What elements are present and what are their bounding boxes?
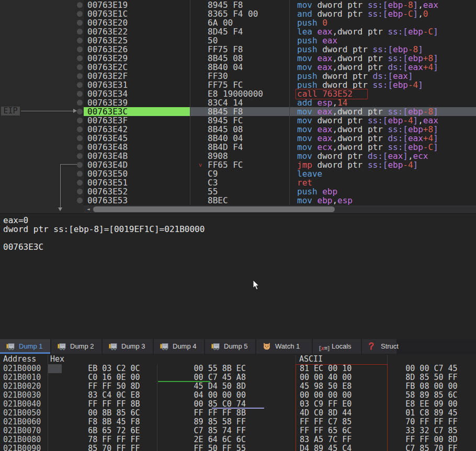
instruction-text: push dword ptr ss:[ebp-8] bbox=[297, 45, 423, 54]
disasm-row[interactable]: 00763E5255push ebp bbox=[0, 187, 476, 196]
instruction-address: 00763E1C bbox=[87, 9, 128, 18]
scrollbar-thumb[interactable] bbox=[93, 206, 335, 212]
jump-line bbox=[60, 164, 61, 207]
locals-icon: [x=] bbox=[319, 341, 328, 349]
breakpoint-dot[interactable] bbox=[77, 126, 83, 132]
disasm-row[interactable]: 00763E538BECmov ebp,esp bbox=[0, 196, 476, 205]
breakpoint-dot[interactable] bbox=[77, 118, 83, 123]
breakpoint-dot[interactable] bbox=[77, 180, 83, 186]
breakpoint-dot[interactable] bbox=[77, 153, 83, 159]
breakpoint-dot[interactable] bbox=[77, 171, 83, 177]
disasm-row[interactable]: 00763E2550push eax bbox=[0, 36, 476, 45]
instruction-address: 00763E3F bbox=[87, 116, 128, 125]
disasm-row[interactable]: 00763E50C9leave bbox=[0, 169, 476, 178]
disasm-row[interactable]: 00763E4B8908mov dword ptr ds:[eax],ecx bbox=[0, 152, 476, 160]
blue-underline-marker bbox=[212, 408, 264, 409]
tab-struct[interactable]: Struct bbox=[362, 339, 396, 354]
dump-address: 021B0060 bbox=[3, 417, 41, 426]
disasm-row[interactable]: 00763E26FF75 F8push dword ptr ss:[ebp-8] bbox=[0, 45, 476, 54]
breakpoint-dot[interactable] bbox=[77, 2, 83, 8]
hex-byte-group: 89 85 58 FF bbox=[194, 417, 246, 426]
breakpoint-dot[interactable] bbox=[77, 100, 83, 106]
breakpoint-dot[interactable] bbox=[77, 20, 83, 26]
disasm-row[interactable]: 00763E428B45 08mov eax,dword ptr ss:[ebp… bbox=[0, 125, 476, 134]
dump-row[interactable]: 021B0000EB 03 C2 0C00 55 8B EC81 EC 00 1… bbox=[0, 364, 476, 373]
disasm-row[interactable]: 00763E206A 00push 0 bbox=[0, 18, 476, 27]
hex-byte-group: C7 85 70 FF bbox=[405, 444, 457, 451]
disasm-row[interactable]: 00763E51C3ret bbox=[0, 178, 476, 187]
disasm-row[interactable]: 00763E198945 F8mov dword ptr ss:[ebp-8],… bbox=[0, 1, 476, 9]
breakpoint-dot[interactable] bbox=[77, 91, 83, 97]
hex-byte-group: FF FF 00 8D bbox=[405, 435, 457, 444]
instruction-address: 00763E19 bbox=[87, 1, 128, 9]
dump-row[interactable]: 021B008078 FF FF FF2E 64 6C 6C83 A5 7C F… bbox=[0, 435, 476, 444]
breakpoint-dot[interactable] bbox=[77, 198, 83, 203]
dump-row[interactable]: 021B0010C0 16 0E 0000 C7 45 A800 00 40 0… bbox=[0, 373, 476, 382]
instruction-bytes: 8D45 F4 bbox=[208, 27, 243, 36]
eip-arrow-line bbox=[21, 111, 73, 111]
hex-byte-group: F8 8B 45 F8 bbox=[88, 417, 140, 426]
dump-row[interactable]: 021B009085 70 FF FFFF 50 FF 55D4 89 45 C… bbox=[0, 444, 476, 451]
dump-row[interactable]: 021B00706B 65 72 6EC7 85 74 FFFF FF 65 6… bbox=[0, 426, 476, 435]
tab-dump-5[interactable]: Dump 5 bbox=[205, 339, 255, 354]
column-separator bbox=[289, 0, 290, 205]
breakpoint-dot[interactable] bbox=[77, 38, 83, 43]
hex-byte-group: 33 32 C7 85 bbox=[405, 426, 457, 435]
disasm-row[interactable]: 00763E3983C4 14add esp,14 bbox=[0, 98, 476, 107]
disasm-row[interactable]: 00763E4DFF65 FCjmp dword ptr ss:[ebp-4]v bbox=[0, 160, 476, 169]
scroll-left-button[interactable]: ◄ bbox=[85, 206, 92, 212]
breakpoint-dot[interactable] bbox=[77, 73, 83, 79]
tab-dump-3[interactable]: Dump 3 bbox=[103, 339, 153, 354]
breakpoint-dot[interactable] bbox=[77, 144, 83, 150]
hex-byte-group: 58 89 85 6C bbox=[405, 390, 457, 400]
disasm-row[interactable]: 00763E458B40 04mov eax,dword ptr ds:[eax… bbox=[0, 134, 476, 143]
instruction-address: 00763E31 bbox=[87, 80, 128, 89]
disasm-row[interactable]: 00763E488B4D F4mov ecx,dword ptr ss:[ebp… bbox=[0, 143, 476, 152]
eip-arrowhead bbox=[73, 109, 77, 113]
dump-row[interactable]: 021B003083 C4 0C E804 00 00 0000 00 00 0… bbox=[0, 391, 476, 400]
breakpoint-dot[interactable] bbox=[77, 162, 83, 168]
breakpoint-dot[interactable] bbox=[77, 29, 83, 34]
instruction-text: leave bbox=[297, 169, 322, 178]
instruction-address: 00763E22 bbox=[87, 27, 128, 36]
disassembly-pane[interactable]: 00763E198945 F8mov dword ptr ss:[ebp-8],… bbox=[0, 0, 476, 213]
breakpoint-dot[interactable] bbox=[77, 189, 83, 194]
disasm-row[interactable]: 00763E2C8B40 04mov eax,dword ptr ds:[eax… bbox=[0, 63, 476, 72]
disasm-row[interactable]: 00763E31FF75 FCpush dword ptr ss:[ebp-4] bbox=[0, 80, 476, 89]
breakpoint-dot[interactable] bbox=[77, 55, 83, 61]
dump-row[interactable]: 021B0060F8 8B 45 F889 85 58 FFFF FF C7 8… bbox=[0, 418, 476, 426]
disasm-row[interactable]: 00763E34E8 19000000call 763E52 bbox=[0, 89, 476, 98]
disasm-row[interactable]: 00763E3C8B45 F8mov eax,dword ptr ss:[ebp… bbox=[0, 107, 476, 116]
disasm-row[interactable]: 00763E3F8945 FCmov dword ptr ss:[ebp-4],… bbox=[0, 116, 476, 125]
disasm-row[interactable]: 00763E1C8365 F4 00and dword ptr ss:[ebp-… bbox=[0, 9, 476, 18]
dump-tab-bar: Dump 1Dump 2Dump 3Dump 4Dump 5Watch 1[x=… bbox=[0, 339, 476, 354]
instruction-text: push 0 bbox=[297, 18, 327, 27]
instruction-bytes: FF75 FC bbox=[208, 80, 243, 89]
instruction-address: 00763E53 bbox=[87, 196, 128, 205]
dump-row[interactable]: 021B005000 8B 85 6CFF FF FF 8B4D C0 8D 4… bbox=[0, 409, 476, 418]
instruction-bytes: FF65 FC bbox=[208, 160, 243, 169]
disasm-row[interactable]: 00763E2FFF30push dword ptr ds:[eax] bbox=[0, 72, 476, 80]
info-line-operand: dword ptr ss:[ebp-8]=[0019EF1C]=021B0000 bbox=[3, 225, 205, 234]
tab-dump-2[interactable]: Dump 2 bbox=[51, 339, 101, 354]
dump-row[interactable]: 021B0020FF FF 50 8D45 D4 50 8D45 98 50 E… bbox=[0, 382, 476, 391]
horizontal-scrollbar[interactable]: ◄ bbox=[84, 205, 476, 213]
instruction-text: mov ebp,esp bbox=[297, 196, 353, 205]
tab-locals[interactable]: [x=]Locals bbox=[313, 339, 361, 354]
instruction-address: 00763E29 bbox=[87, 54, 128, 63]
column-separator bbox=[190, 0, 190, 205]
breakpoint-dot[interactable] bbox=[77, 47, 83, 52]
disasm-row[interactable]: 00763E228D45 F4lea eax,dword ptr ss:[ebp… bbox=[0, 27, 476, 36]
tab-watch-1[interactable]: Watch 1 bbox=[256, 339, 312, 354]
instruction-address: 00763E2F bbox=[87, 72, 128, 80]
tab-dump-1[interactable]: Dump 1 bbox=[0, 339, 50, 354]
disasm-row[interactable]: 00763E298B45 08mov eax,dword ptr ss:[ebp… bbox=[0, 54, 476, 63]
breakpoint-dot[interactable] bbox=[77, 135, 83, 141]
breakpoint-dot[interactable] bbox=[77, 109, 83, 114]
breakpoint-dot[interactable] bbox=[77, 82, 83, 88]
breakpoint-dot[interactable] bbox=[77, 64, 83, 70]
breakpoint-dot[interactable] bbox=[77, 11, 83, 17]
hex-dump-pane[interactable]: Address Hex ASCII 021B0000EB 03 C2 0C00 … bbox=[0, 355, 476, 451]
instruction-text: lea eax,dword ptr ss:[ebp-C] bbox=[297, 27, 438, 36]
tab-dump-4[interactable]: Dump 4 bbox=[154, 339, 204, 354]
